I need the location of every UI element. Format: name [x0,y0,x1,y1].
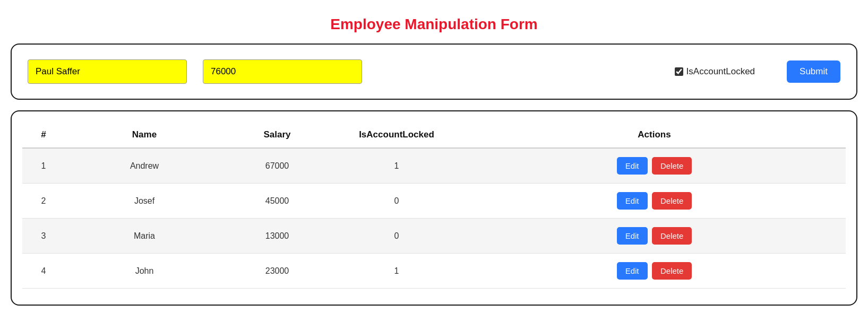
cell-salary: 67000 [224,148,330,184]
name-input[interactable]: Paul Saffer [28,59,187,84]
edit-button[interactable]: Edit [617,157,648,175]
cell-num: 4 [22,254,65,289]
cell-salary: 23000 [224,254,330,289]
cell-num: 3 [22,219,65,254]
cell-num: 2 [22,184,65,219]
delete-button[interactable]: Delete [652,262,692,280]
cell-locked: 1 [330,148,463,184]
salary-input[interactable]: 76000 [203,59,362,84]
cell-actions: Edit Delete [463,219,846,254]
cell-actions: Edit Delete [463,148,846,184]
col-header-locked: IsAccountLocked [330,122,463,148]
col-header-num: # [22,122,65,148]
cell-num: 1 [22,148,65,184]
submit-button[interactable]: Submit [787,60,840,83]
is-account-locked-group: IsAccountLocked [675,66,755,77]
cell-salary: 13000 [224,219,330,254]
cell-name: John [65,254,224,289]
edit-button[interactable]: Edit [617,227,648,245]
table-header-row: # Name Salary IsAccountLocked Actions [22,122,846,148]
page-title: Employee Manipulation Form [11,11,857,33]
cell-name: Josef [65,184,224,219]
col-header-name: Name [65,122,224,148]
table-row: 2 Josef 45000 0 Edit Delete [22,184,846,219]
edit-button[interactable]: Edit [617,192,648,210]
employees-table: # Name Salary IsAccountLocked Actions 1 … [22,122,846,289]
cell-actions: Edit Delete [463,254,846,289]
table-row: 4 John 23000 1 Edit Delete [22,254,846,289]
cell-locked: 0 [330,184,463,219]
delete-button[interactable]: Delete [652,192,692,210]
is-account-locked-label: IsAccountLocked [686,66,755,77]
cell-name: Maria [65,219,224,254]
edit-button[interactable]: Edit [617,262,648,280]
is-account-locked-checkbox[interactable] [675,67,683,76]
cell-locked: 0 [330,219,463,254]
cell-actions: Edit Delete [463,184,846,219]
employees-table-container: # Name Salary IsAccountLocked Actions 1 … [11,110,857,306]
col-header-salary: Salary [224,122,330,148]
table-row: 1 Andrew 67000 1 Edit Delete [22,148,846,184]
cell-name: Andrew [65,148,224,184]
employee-form: Paul Saffer 76000 IsAccountLocked Submit [11,44,857,100]
delete-button[interactable]: Delete [652,227,692,245]
cell-salary: 45000 [224,184,330,219]
col-header-actions: Actions [463,122,846,148]
delete-button[interactable]: Delete [652,157,692,175]
table-row: 3 Maria 13000 0 Edit Delete [22,219,846,254]
cell-locked: 1 [330,254,463,289]
